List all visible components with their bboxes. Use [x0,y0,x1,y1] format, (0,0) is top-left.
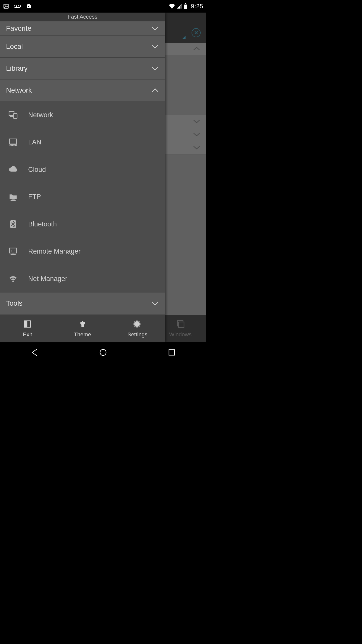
signal-icon [177,4,182,9]
network-item-network[interactable]: Network [0,101,165,129]
section-tools[interactable]: Tools [0,293,165,314]
item-label: Net Manager [28,275,67,283]
app-stage: ✕ Windows [0,13,206,342]
exit-icon [23,320,32,330]
network-item-net-manager[interactable]: Net Manager [0,265,165,293]
svg-point-30 [100,349,106,355]
voicemail-icon [14,3,21,9]
status-time: 9:25 [191,3,203,10]
svg-rect-14 [10,139,17,144]
svg-point-1 [5,5,5,6]
theme-label: Theme [74,331,91,338]
ftp-monitor-icon: FTP [8,247,19,257]
section-network[interactable]: Network [0,79,165,101]
network-item-lan[interactable]: LAN [0,129,165,156]
svg-rect-7 [184,5,187,9]
recents-button[interactable] [167,347,177,357]
svg-point-3 [18,5,21,8]
chevron-down-icon [193,145,200,150]
item-label: Cloud [28,166,46,174]
chevron-down-icon [193,119,200,124]
item-label: LAN [28,138,41,146]
gear-icon [133,320,142,330]
section-local[interactable]: Local [0,36,165,58]
wifi-gear-icon [8,274,19,284]
item-label: FTP [28,193,41,201]
network-sublist: Network LAN Cloud FTP [0,101,165,293]
network-item-ftp[interactable]: FTP [0,183,165,211]
section-library[interactable]: Library [0,58,165,79]
chevron-down-icon [151,26,159,31]
background-tab-indicator [182,36,186,39]
svg-rect-25 [12,254,14,254]
network-item-bluetooth[interactable]: Bluetooth [0,211,165,238]
section-label: Favorite [6,24,31,32]
section-label: Library [6,64,28,72]
exit-label: Exit [23,331,32,338]
theme-button[interactable]: Theme [55,315,110,342]
svg-rect-10 [178,322,184,328]
svg-point-27 [12,280,14,282]
network-item-remote-manager[interactable]: FTP Remote Manager [0,238,165,265]
folder-server-icon [8,192,19,202]
settings-button[interactable]: Settings [110,315,165,342]
wifi-icon [169,4,175,9]
svg-rect-12 [10,116,13,117]
close-icon[interactable]: ✕ [192,28,201,37]
svg-point-2 [14,5,17,8]
svg-rect-20 [12,199,15,200]
item-label: Bluetooth [28,220,57,228]
theme-icon [78,320,87,330]
chevron-down-icon [151,301,159,306]
svg-rect-16 [10,145,11,145]
battery-icon [184,3,187,9]
status-left-icons [3,3,32,9]
windows-label: Windows [169,331,192,338]
svg-rect-31 [169,350,174,355]
svg-rect-26 [11,254,16,255]
fast-access-drawer: Fast Access Favorite Local Library Netwo… [0,13,165,342]
settings-label: Settings [127,331,148,338]
cloud-icon [8,165,19,175]
drawer-footer: Exit Theme Settings [0,315,165,342]
system-nav-bar [0,342,206,362]
section-label: Tools [6,299,22,307]
svg-rect-17 [12,145,12,145]
chevron-down-icon [193,132,200,137]
svg-rect-21 [11,200,16,201]
network-item-cloud[interactable]: Cloud [0,156,165,183]
chevron-up-icon [193,46,200,51]
status-bar: 9:25 [0,0,206,13]
home-button[interactable] [98,347,108,357]
chevron-down-icon [151,44,159,49]
status-right-icons: 9:25 [169,3,203,10]
item-label: Network [28,111,53,119]
play-store-icon [26,3,32,9]
devices-icon [8,110,19,120]
section-label: Network [6,86,32,94]
svg-rect-13 [14,113,17,118]
windows-icon [176,320,185,330]
section-favorite[interactable]: Favorite [0,21,165,36]
item-label: Remote Manager [28,248,81,255]
drawer-title: Fast Access [0,13,165,21]
svg-rect-18 [13,145,14,145]
svg-text:FTP: FTP [11,250,15,252]
chevron-down-icon [151,66,159,71]
chevron-up-icon [151,88,159,93]
computer-icon [8,137,19,147]
svg-rect-29 [24,321,27,327]
svg-rect-8 [185,3,186,4]
exit-button[interactable]: Exit [0,315,55,342]
section-label: Local [6,43,23,51]
svg-rect-19 [14,145,15,145]
back-button[interactable] [29,347,39,357]
bluetooth-icon [8,219,19,229]
image-icon [3,3,9,9]
